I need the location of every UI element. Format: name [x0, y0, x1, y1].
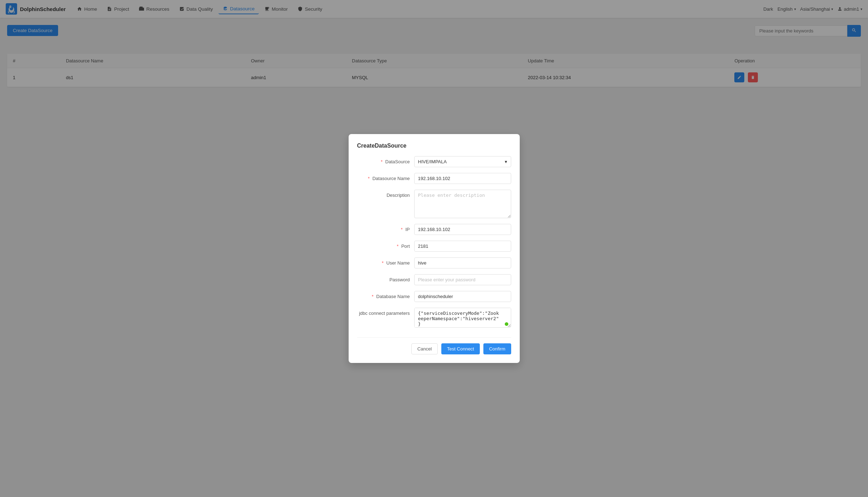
test-connect-button[interactable]: Test Connect — [441, 343, 480, 354]
datasource-name-label: * Datasource Name — [357, 173, 414, 181]
description-label: Description — [357, 190, 414, 198]
ip-label: * IP — [357, 224, 414, 232]
form-row-datasource: * DataSource HIVE/IMPALA ▾ — [357, 156, 511, 167]
select-chevron-icon: ▾ — [505, 159, 507, 164]
database-name-input[interactable] — [414, 291, 511, 302]
description-textarea[interactable] — [414, 190, 511, 218]
modal-overlay: CreateDataSource * DataSource HIVE/IMPAL… — [0, 0, 868, 497]
form-row-description: Description — [357, 190, 511, 218]
username-label: * User Name — [357, 257, 414, 266]
form-row-datasource-name: * Datasource Name — [357, 173, 511, 184]
username-input[interactable] — [414, 257, 511, 268]
datasource-name-input[interactable] — [414, 173, 511, 184]
datasource-select[interactable]: HIVE/IMPALA ▾ — [414, 156, 511, 167]
port-input[interactable] — [414, 241, 511, 252]
ip-input[interactable] — [414, 224, 511, 235]
password-input[interactable] — [414, 274, 511, 285]
modal-title: CreateDataSource — [357, 143, 511, 149]
port-label: * Port — [357, 241, 414, 249]
form-row-database-name: * Database Name — [357, 291, 511, 302]
modal-footer: Cancel Test Connect Confirm — [357, 337, 511, 354]
jdbc-input[interactable] — [414, 308, 511, 328]
form-row-jdbc: jdbc connect parameters — [357, 308, 511, 329]
main-content: Create DataSource # Datasource Name Owne… — [0, 18, 868, 497]
jdbc-label: jdbc connect parameters — [357, 308, 414, 316]
form-row-ip: * IP — [357, 224, 511, 235]
confirm-button[interactable]: Confirm — [483, 343, 511, 354]
cancel-button[interactable]: Cancel — [411, 343, 438, 354]
password-label: Password — [357, 274, 414, 282]
form-row-username: * User Name — [357, 257, 511, 268]
jdbc-status-dot — [505, 322, 508, 326]
form-row-password: Password — [357, 274, 511, 285]
database-name-label: * Database Name — [357, 291, 414, 299]
create-datasource-modal: CreateDataSource * DataSource HIVE/IMPAL… — [349, 134, 520, 363]
form-row-port: * Port — [357, 241, 511, 252]
datasource-label: * DataSource — [357, 156, 414, 164]
jdbc-wrapper — [414, 308, 511, 329]
